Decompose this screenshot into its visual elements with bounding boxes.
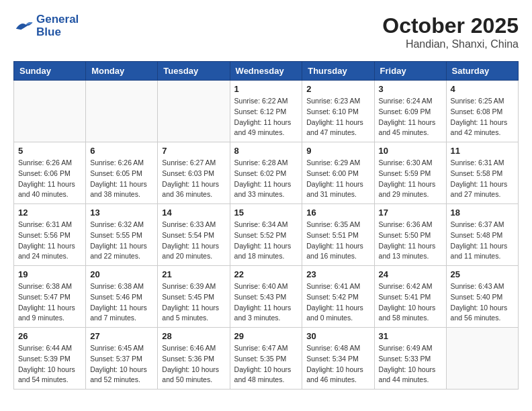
- month-title: October 2025: [382, 13, 519, 38]
- day-info: Sunrise: 6:23 AM Sunset: 6:10 PM Dayligh…: [306, 96, 369, 138]
- day-number: 12: [18, 208, 81, 218]
- day-info: Sunrise: 6:24 AM Sunset: 6:09 PM Dayligh…: [379, 96, 442, 138]
- day-info: Sunrise: 6:47 AM Sunset: 5:35 PM Dayligh…: [234, 343, 298, 385]
- day-number: 24: [379, 269, 442, 279]
- calendar-day-cell: 22Sunrise: 6:40 AM Sunset: 5:43 PM Dayli…: [230, 266, 302, 328]
- day-number: 1: [234, 84, 298, 94]
- day-number: 11: [451, 146, 514, 156]
- day-number: 3: [379, 84, 442, 94]
- logo: General Blue: [13, 13, 79, 38]
- day-info: Sunrise: 6:22 AM Sunset: 6:12 PM Dayligh…: [234, 96, 298, 138]
- day-info: Sunrise: 6:41 AM Sunset: 5:42 PM Dayligh…: [306, 281, 369, 324]
- weekday-header: Monday: [86, 62, 158, 81]
- day-info: Sunrise: 6:27 AM Sunset: 6:03 PM Dayligh…: [162, 158, 225, 200]
- calendar-day-cell: 6Sunrise: 6:26 AM Sunset: 6:05 PM Daylig…: [86, 142, 158, 204]
- day-info: Sunrise: 6:25 AM Sunset: 6:08 PM Dayligh…: [451, 96, 514, 138]
- calendar-day-cell: 19Sunrise: 6:38 AM Sunset: 5:47 PM Dayli…: [14, 266, 86, 328]
- calendar-day-cell: 17Sunrise: 6:36 AM Sunset: 5:50 PM Dayli…: [374, 204, 446, 266]
- calendar-table: SundayMondayTuesdayWednesdayThursdayFrid…: [13, 61, 519, 390]
- calendar-day-cell: 4Sunrise: 6:25 AM Sunset: 6:08 PM Daylig…: [446, 81, 518, 142]
- calendar-week-row: 5Sunrise: 6:26 AM Sunset: 6:06 PM Daylig…: [14, 142, 519, 204]
- day-number: 17: [379, 208, 442, 218]
- day-number: 22: [234, 269, 298, 279]
- day-number: 14: [162, 208, 225, 218]
- day-number: 7: [162, 146, 225, 156]
- day-number: 9: [306, 146, 369, 156]
- day-info: Sunrise: 6:30 AM Sunset: 5:59 PM Dayligh…: [379, 158, 442, 200]
- day-number: 4: [451, 84, 514, 94]
- weekday-header-row: SundayMondayTuesdayWednesdayThursdayFrid…: [14, 62, 519, 81]
- day-number: 31: [379, 331, 442, 341]
- calendar-day-cell: [14, 81, 86, 142]
- day-info: Sunrise: 6:44 AM Sunset: 5:39 PM Dayligh…: [18, 343, 81, 385]
- page-header: General Blue October 2025 Handian, Shanx…: [13, 13, 519, 50]
- calendar-day-cell: 7Sunrise: 6:27 AM Sunset: 6:03 PM Daylig…: [158, 142, 230, 204]
- day-info: Sunrise: 6:45 AM Sunset: 5:37 PM Dayligh…: [90, 343, 153, 385]
- weekday-header: Thursday: [302, 62, 374, 81]
- weekday-header: Friday: [374, 62, 446, 81]
- day-number: 15: [234, 208, 298, 218]
- day-info: Sunrise: 6:39 AM Sunset: 5:45 PM Dayligh…: [162, 281, 225, 324]
- location-subtitle: Handian, Shanxi, China: [382, 38, 519, 50]
- day-number: 26: [18, 331, 81, 341]
- day-info: Sunrise: 6:32 AM Sunset: 5:55 PM Dayligh…: [90, 220, 153, 262]
- calendar-day-cell: 27Sunrise: 6:45 AM Sunset: 5:37 PM Dayli…: [86, 328, 158, 390]
- calendar-day-cell: 18Sunrise: 6:37 AM Sunset: 5:48 PM Dayli…: [446, 204, 518, 266]
- day-info: Sunrise: 6:38 AM Sunset: 5:47 PM Dayligh…: [18, 281, 81, 324]
- calendar-day-cell: 23Sunrise: 6:41 AM Sunset: 5:42 PM Dayli…: [302, 266, 374, 328]
- calendar-week-row: 19Sunrise: 6:38 AM Sunset: 5:47 PM Dayli…: [14, 266, 519, 328]
- day-info: Sunrise: 6:36 AM Sunset: 5:50 PM Dayligh…: [379, 220, 442, 262]
- day-info: Sunrise: 6:31 AM Sunset: 5:58 PM Dayligh…: [451, 158, 514, 200]
- weekday-header: Wednesday: [230, 62, 302, 81]
- calendar-day-cell: 29Sunrise: 6:47 AM Sunset: 5:35 PM Dayli…: [230, 328, 302, 390]
- calendar-day-cell: 26Sunrise: 6:44 AM Sunset: 5:39 PM Dayli…: [14, 328, 86, 390]
- calendar-day-cell: 15Sunrise: 6:34 AM Sunset: 5:52 PM Dayli…: [230, 204, 302, 266]
- calendar-day-cell: 5Sunrise: 6:26 AM Sunset: 6:06 PM Daylig…: [14, 142, 86, 204]
- day-info: Sunrise: 6:43 AM Sunset: 5:40 PM Dayligh…: [451, 281, 514, 324]
- day-number: 23: [306, 269, 369, 279]
- day-info: Sunrise: 6:34 AM Sunset: 5:52 PM Dayligh…: [234, 220, 298, 262]
- day-number: 20: [90, 269, 153, 279]
- day-number: 5: [18, 146, 81, 156]
- day-info: Sunrise: 6:40 AM Sunset: 5:43 PM Dayligh…: [234, 281, 298, 324]
- logo-text: General Blue: [36, 13, 79, 38]
- calendar-day-cell: 12Sunrise: 6:31 AM Sunset: 5:56 PM Dayli…: [14, 204, 86, 266]
- day-number: 30: [306, 331, 369, 341]
- day-info: Sunrise: 6:28 AM Sunset: 6:02 PM Dayligh…: [234, 158, 298, 200]
- calendar-week-row: 1Sunrise: 6:22 AM Sunset: 6:12 PM Daylig…: [14, 81, 519, 142]
- day-number: 21: [162, 269, 225, 279]
- day-number: 2: [306, 84, 369, 94]
- title-block: October 2025 Handian, Shanxi, China: [382, 13, 519, 50]
- day-info: Sunrise: 6:33 AM Sunset: 5:54 PM Dayligh…: [162, 220, 225, 262]
- day-info: Sunrise: 6:26 AM Sunset: 6:06 PM Dayligh…: [18, 158, 81, 200]
- calendar-day-cell: 11Sunrise: 6:31 AM Sunset: 5:58 PM Dayli…: [446, 142, 518, 204]
- calendar-day-cell: 3Sunrise: 6:24 AM Sunset: 6:09 PM Daylig…: [374, 81, 446, 142]
- weekday-header: Tuesday: [158, 62, 230, 81]
- calendar-day-cell: [158, 81, 230, 142]
- calendar-day-cell: 31Sunrise: 6:49 AM Sunset: 5:33 PM Dayli…: [374, 328, 446, 390]
- day-number: 10: [379, 146, 442, 156]
- calendar-week-row: 26Sunrise: 6:44 AM Sunset: 5:39 PM Dayli…: [14, 328, 519, 390]
- calendar-day-cell: 8Sunrise: 6:28 AM Sunset: 6:02 PM Daylig…: [230, 142, 302, 204]
- day-number: 16: [306, 208, 369, 218]
- calendar-day-cell: 9Sunrise: 6:29 AM Sunset: 6:00 PM Daylig…: [302, 142, 374, 204]
- calendar-day-cell: 21Sunrise: 6:39 AM Sunset: 5:45 PM Dayli…: [158, 266, 230, 328]
- day-number: 19: [18, 269, 81, 279]
- calendar-day-cell: [86, 81, 158, 142]
- day-number: 18: [451, 208, 514, 218]
- weekday-header: Saturday: [446, 62, 518, 81]
- day-info: Sunrise: 6:29 AM Sunset: 6:00 PM Dayligh…: [306, 158, 369, 200]
- calendar-day-cell: 2Sunrise: 6:23 AM Sunset: 6:10 PM Daylig…: [302, 81, 374, 142]
- calendar-day-cell: 10Sunrise: 6:30 AM Sunset: 5:59 PM Dayli…: [374, 142, 446, 204]
- day-info: Sunrise: 6:37 AM Sunset: 5:48 PM Dayligh…: [451, 220, 514, 262]
- calendar-day-cell: 13Sunrise: 6:32 AM Sunset: 5:55 PM Dayli…: [86, 204, 158, 266]
- calendar-day-cell: 24Sunrise: 6:42 AM Sunset: 5:41 PM Dayli…: [374, 266, 446, 328]
- day-info: Sunrise: 6:42 AM Sunset: 5:41 PM Dayligh…: [379, 281, 442, 324]
- weekday-header: Sunday: [14, 62, 86, 81]
- day-info: Sunrise: 6:46 AM Sunset: 5:36 PM Dayligh…: [162, 343, 225, 385]
- day-number: 28: [162, 331, 225, 341]
- calendar-day-cell: 30Sunrise: 6:48 AM Sunset: 5:34 PM Dayli…: [302, 328, 374, 390]
- logo-icon: [13, 18, 34, 34]
- day-info: Sunrise: 6:35 AM Sunset: 5:51 PM Dayligh…: [306, 220, 369, 262]
- day-number: 6: [90, 146, 153, 156]
